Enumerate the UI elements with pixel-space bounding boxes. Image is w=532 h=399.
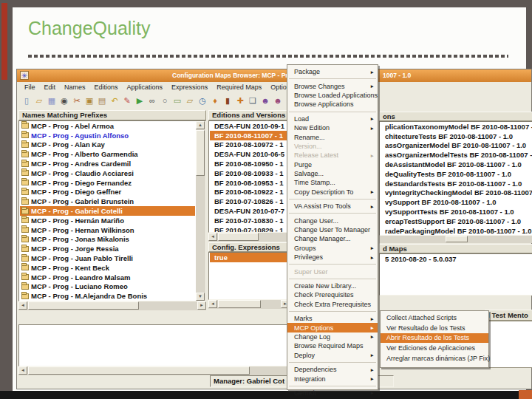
menu-item-create-new-library[interactable]: Create New Library... — [287, 282, 378, 290]
scroll-left-icon[interactable] — [208, 300, 217, 308]
names-list-item[interactable]: MCP - Prog - Andres Cardemil — [20, 159, 195, 168]
names-horizontal-scrollbar[interactable] — [18, 301, 206, 310]
cascade-icon[interactable]: ❏ — [248, 95, 258, 106]
pen-icon[interactable]: ✎ — [122, 95, 132, 106]
list-item[interactable]: BF 2010-07-10826 - 1 — [210, 197, 289, 206]
names-list-item[interactable]: MCP - Prog - M.Alejandra De Bonis — [20, 291, 195, 301]
scrollbar-thumb[interactable] — [446, 236, 468, 242]
menu-item-browse-loaded-applications[interactable]: Browse Loaded Applications — [287, 91, 378, 100]
list-item[interactable]: assOrganizerModelTests BF 2010-08-11007 … — [381, 150, 532, 160]
list-item[interactable]: deStandardsTests BF 2010-08-11007 - 1.0 — [381, 179, 532, 188]
menu-item-abrir-resultado-de-los-tests[interactable]: Abrir Resultado de los Tests — [381, 333, 488, 344]
menu-item-copy-description-to[interactable]: Copy Description To► — [287, 188, 378, 197]
menubar-item-edit[interactable]: Edit — [40, 83, 61, 91]
names-list-item[interactable]: MCP - Prog - Abel Armoa — [20, 121, 195, 131]
menu-item-integration[interactable]: Integration► — [287, 374, 378, 383]
window-titlebar[interactable]: ✳ Configuration Maps Browser: MCP - Pro … — [17, 69, 531, 82]
scroll-up-icon[interactable] — [196, 121, 205, 129]
menu-item-mcp-options[interactable]: MCP Options► — [287, 323, 378, 332]
menu-item-gemkit[interactable]: GemKit► — [287, 389, 378, 398]
scrollbar-thumb[interactable] — [28, 301, 139, 310]
list-item[interactable]: BF 2010-08-10933 - 1 — [210, 168, 289, 178]
scroll-left-icon[interactable] — [18, 366, 27, 375]
list-item[interactable]: BF 2010-07-10830 - 1 — [210, 216, 289, 225]
menu-item-change-manager[interactable]: Change Manager... — [287, 234, 378, 243]
open-folder-icon[interactable]: ▱ — [34, 95, 44, 106]
users-icon[interactable]: ☻ — [260, 95, 270, 106]
menu-item-new-edition[interactable]: New Edition► — [287, 123, 378, 132]
menu-item-change-log[interactable]: Change Log► — [287, 332, 378, 341]
menubar-item-expressions[interactable]: Expressions — [167, 83, 212, 91]
names-list-item[interactable]: MCP - Prog - Kent Beck — [20, 263, 195, 273]
list-item[interactable]: 5 2010-08-20 - 5.0.037 — [381, 254, 532, 264]
config-horizontal-scrollbar[interactable] — [208, 300, 290, 309]
menu-item-privileges[interactable]: Privileges► — [287, 253, 378, 262]
list-item[interactable]: chitectureTests BF 2010-08-11007 - 1.0 — [381, 132, 532, 141]
names-list-item[interactable]: MCP - Prog - Hernan Wilkinson — [20, 225, 195, 235]
scroll-down-icon[interactable] — [196, 293, 205, 301]
names-vertical-scrollbar[interactable] — [196, 121, 205, 301]
search-icon[interactable]: ○ — [160, 95, 170, 106]
scrollbar-thumb[interactable] — [218, 300, 261, 308]
menu-item-rename[interactable]: Rename... — [287, 132, 378, 141]
list-item[interactable]: BF 2010-08-11007 - 1 — [210, 131, 289, 140]
names-list-item[interactable]: MCP - Prog - Luciano Romeo — [20, 282, 195, 292]
scrollbar-thumb[interactable] — [196, 130, 205, 176]
menu-item-browse-changes[interactable]: Browse Changes► — [287, 81, 378, 90]
scroll-right-icon[interactable] — [197, 301, 206, 310]
list-item[interactable]: BF 2010-07-10829 - 1 — [210, 225, 289, 232]
spectacles-icon[interactable]: ∞ — [147, 95, 157, 106]
names-list-item[interactable]: MCP - Prog - Alan Kay — [20, 140, 195, 150]
applications-horizontal-scrollbar[interactable] — [379, 236, 532, 243]
edit-form-icon[interactable]: ▭ — [172, 95, 183, 106]
scrollbar-thumb[interactable] — [218, 233, 259, 241]
names-list-item[interactable]: MCP - Prog - Claudio Acciaresi — [20, 168, 195, 178]
menu-item-groups[interactable]: Groups► — [287, 244, 378, 253]
menu-item-arreglar-marcas-din-micas-jp-fix[interactable]: Arreglar marcas dinámicas (JP Fix) — [381, 353, 488, 364]
menu-item-va-assist-pro-tools[interactable]: VA Assist Pro Tools► — [287, 202, 378, 211]
list-item[interactable]: BF 2010-08-10953 - 1 — [210, 178, 289, 188]
menu-item-marks[interactable]: Marks► — [287, 314, 378, 323]
menubar-item-required-maps[interactable]: Required Maps — [212, 83, 266, 91]
menu-item-check-prerequisites[interactable]: Check Prerequisites — [287, 290, 378, 299]
menu-item-collect-attached-scripts[interactable]: Collect Attached Scripts — [381, 313, 488, 323]
list-item[interactable]: radePackagingModel BF 2010-08-11007 - 1.… — [381, 226, 532, 235]
names-list-item[interactable]: MCP - Prog - Jorge Ressia — [20, 244, 195, 253]
list-item[interactable]: DESA-FUN 2010-09-1 — [210, 121, 289, 131]
menu-item-check-extra-prerequisites[interactable]: Check Extra Prerequisites — [287, 300, 378, 309]
names-list-item[interactable]: MCP - Prog - Diego Geffner — [20, 188, 195, 197]
compare-icon[interactable]: ✚ — [235, 95, 245, 106]
cut-icon[interactable]: ✂ — [72, 95, 82, 106]
names-list-item[interactable]: MCP - Prog - Hernán Mariño — [20, 216, 195, 225]
menu-item-ver-ediciones-de-aplicaciones[interactable]: Ver Ediciones de Aplicaciones — [381, 343, 488, 353]
list-item[interactable]: deQualityTests BF 2010-08-11007 - 1.0 — [381, 169, 532, 179]
names-list-item[interactable]: MCP - Prog - Jonas Mikalonis — [20, 235, 195, 245]
names-list-item[interactable]: MCP - Prog - Gabriel Cotelli — [20, 206, 195, 216]
menu-item-change-user[interactable]: Change User... — [287, 216, 378, 225]
menubar-item-applications[interactable]: Applications — [123, 83, 168, 91]
list-item[interactable]: ercapTestSupport BF 2010-08-11007 - 1.0 — [381, 216, 532, 226]
names-list-item[interactable]: MCP - Prog - Alberto Garmendia — [20, 149, 195, 159]
menu-item-package[interactable]: Package► — [287, 67, 378, 76]
menu-item-browse-required-maps[interactable]: Browse Required Maps — [287, 341, 378, 350]
menu-item-ver-resultado-de-los-tests[interactable]: Ver Resultado de los Tests — [381, 323, 488, 333]
run-icon[interactable]: ▶ — [134, 95, 145, 106]
list-item[interactable]: DESA-FUN 2010-06-5 — [210, 149, 289, 159]
list-item[interactable]: BF 2010-08-10950 - 1 — [210, 159, 289, 168]
names-list-item[interactable]: MCP - Prog - Gabriel Brunstein — [20, 197, 195, 206]
menu-item-salvage[interactable]: Salvage... — [287, 169, 378, 178]
names-list-item[interactable]: MCP - Prog - Leandro Malsam — [20, 273, 195, 282]
editions-horizontal-scrollbar[interactable] — [208, 233, 290, 242]
new-document-icon[interactable]: ▯ — [21, 95, 32, 106]
menu-item-time-stamp[interactable]: Time Stamp... — [287, 178, 378, 187]
merge-icon[interactable]: ♦ — [210, 95, 220, 106]
menu-item-load[interactable]: Load► — [287, 115, 378, 123]
scrollbar-thumb[interactable] — [28, 366, 250, 375]
list-item[interactable]: true — [210, 253, 289, 262]
camera-icon[interactable]: ◉ — [59, 95, 69, 106]
list-item[interactable]: assOrganizerModel BF 2010-08-11007 - 1.0 — [381, 141, 532, 151]
flag-icon[interactable]: ▮ — [222, 95, 233, 106]
list-item[interactable]: vySupport BF 2010-08-11007 - 1.0 — [381, 197, 532, 207]
menu-item-browse-applications[interactable]: Browse Applications — [287, 100, 378, 109]
names-list-item[interactable]: MCP - Prog - Agustin Alfonso — [20, 131, 195, 140]
